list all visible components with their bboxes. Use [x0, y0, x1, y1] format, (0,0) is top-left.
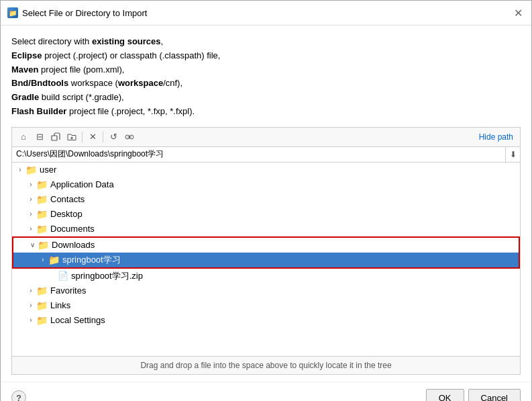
toolbar-separator2: [103, 132, 103, 142]
item-label-contacts: Contacts: [50, 194, 85, 204]
item-label-springboot-zip: springboot学习.zip: [71, 270, 143, 282]
collapse-button[interactable]: ⊟: [32, 130, 47, 144]
expander-local-settings: ›: [25, 316, 36, 324]
expander-links: ›: [25, 302, 36, 309]
description-text: Select directory with existing sources, …: [11, 35, 521, 119]
tree-item-contacts[interactable]: › 📁 Contacts: [12, 192, 520, 207]
folder-icon-links: 📁: [36, 300, 48, 311]
path-input[interactable]: [12, 147, 505, 162]
refresh-button[interactable]: ↺: [106, 130, 121, 144]
dialog-icon: 📁: [7, 7, 18, 18]
item-label-documents: Documents: [50, 224, 95, 234]
toolbar-buttons: ⌂ ⊟ ✕ ↺: [16, 130, 137, 144]
title-bar: 📁 Select File or Directory to Import ✕: [1, 1, 531, 26]
cancel-button[interactable]: Cancel: [468, 389, 521, 401]
expander-favorites: ›: [25, 287, 36, 294]
expander-contacts: ›: [25, 195, 36, 203]
tree-item-appdata[interactable]: › 📁 Application Data: [12, 177, 520, 192]
item-label-user: user: [40, 165, 56, 175]
expander-appdata: ›: [25, 181, 36, 188]
tree-item-downloads[interactable]: ∨ 📁 Downloads: [13, 238, 519, 253]
desc-line6: Flash Builder project file (.project, *.…: [11, 106, 195, 116]
file-toolbar: ⌂ ⊟ ✕ ↺: [11, 127, 521, 146]
ok-button[interactable]: OK: [426, 389, 464, 401]
folder-icon-appdata: 📁: [36, 179, 48, 190]
path-download-button[interactable]: ⬇: [505, 147, 520, 162]
desc-line2: Eclipse project (.project) or classpath …: [11, 50, 220, 60]
tree-item-desktop[interactable]: › 📁 Desktop: [12, 207, 520, 222]
folder-icon-local-settings: 📁: [36, 315, 48, 326]
expander-springboot: ›: [38, 256, 48, 263]
new-folder-button[interactable]: [64, 130, 79, 144]
close-button[interactable]: ✕: [511, 6, 525, 19]
tree-item-springboot[interactable]: › 📁 springboot学习: [13, 253, 519, 267]
expander-desktop: ›: [25, 210, 36, 218]
desc-line5: Gradle build script (*.gradle),: [11, 92, 124, 102]
folder-icon-downloads: 📁: [38, 240, 49, 251]
item-label-favorites: Favorites: [50, 285, 86, 296]
drag-hint: Drag and drop a file into the space abov…: [11, 357, 521, 375]
item-label-springboot: springboot学习: [62, 254, 121, 266]
folder-icon-desktop: 📁: [36, 209, 48, 220]
hide-path-button[interactable]: Hide path: [476, 131, 516, 143]
svg-rect-0: [52, 136, 57, 140]
dialog-body: Select directory with existing sources, …: [1, 26, 531, 382]
footer-buttons: OK Cancel: [426, 389, 521, 401]
item-label-desktop: Desktop: [50, 209, 83, 219]
folder-icon-documents: 📁: [36, 224, 48, 234]
dialog-footer: ? OK Cancel: [1, 382, 531, 401]
folder-icon-favorites: 📁: [36, 285, 48, 296]
item-label-downloads: Downloads: [52, 240, 95, 250]
path-bar: ⬇: [11, 146, 521, 162]
up-folder-button[interactable]: [48, 130, 63, 144]
item-label-links: Links: [50, 300, 70, 310]
item-label-appdata: Application Data: [50, 179, 114, 189]
folder-icon-springboot: 📁: [48, 255, 60, 265]
item-label-local-settings: Local Settings: [50, 315, 105, 325]
tree-item-user[interactable]: › 📁 user: [12, 163, 520, 177]
desc-line4: Bnd/Bndtools workspace (workspace/cnf),: [11, 78, 182, 88]
help-button[interactable]: ?: [11, 390, 26, 401]
toolbar-separator: [82, 132, 83, 142]
tree-item-documents[interactable]: › 📁 Documents: [12, 222, 520, 236]
desc-line1: Select directory with existing sources,: [11, 36, 163, 46]
title-bar-left: 📁 Select File or Directory to Import: [7, 7, 147, 18]
import-dialog: 📁 Select File or Directory to Import ✕ S…: [0, 0, 532, 401]
expander-user: ›: [15, 166, 25, 173]
home-button[interactable]: ⌂: [16, 130, 31, 144]
tree-item-local-settings[interactable]: › 📁 Local Settings: [12, 313, 520, 328]
folder-icon-contacts: 📁: [36, 194, 48, 205]
expander-documents: ›: [25, 225, 36, 232]
folder-icon-user: 📁: [25, 165, 37, 175]
tree-item-springboot-zip[interactable]: 📄 springboot学习.zip: [12, 269, 520, 283]
dialog-title: Select File or Directory to Import: [22, 8, 147, 18]
file-icon-springboot-zip: 📄: [58, 271, 68, 281]
expander-downloads: ∨: [27, 241, 38, 249]
delete-button[interactable]: ✕: [85, 130, 100, 144]
file-tree[interactable]: › 📁 user › 📁 Application Data › 📁 Contac…: [11, 162, 521, 357]
desc-line3: Maven project file (pom.xml),: [11, 64, 124, 75]
tree-item-links[interactable]: › 📁 Links: [12, 298, 520, 313]
tree-item-favorites[interactable]: › 📁 Favorites: [12, 283, 520, 298]
link-button[interactable]: [122, 130, 137, 144]
